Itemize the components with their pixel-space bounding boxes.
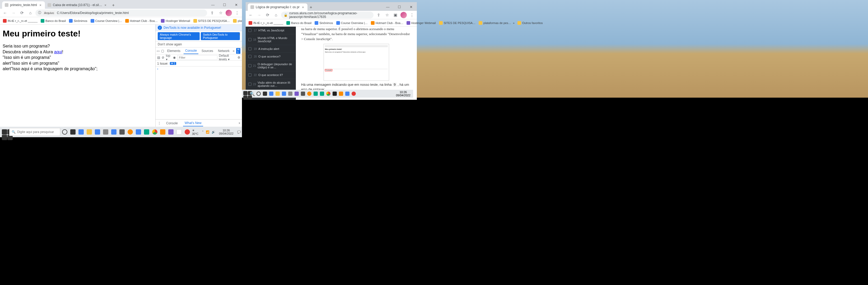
app-icon[interactable] [351,91,356,97]
bookmark-item[interactable]: Hotmart Club - Boa… [370,21,405,25]
home-icon[interactable]: ⌂ [273,12,279,19]
task-view-icon[interactable] [69,128,76,136]
back-icon[interactable]: ← [2,9,8,16]
start-button[interactable] [243,91,249,97]
sublime-icon[interactable] [159,128,166,136]
close-tab-icon[interactable]: × [301,5,305,9]
close-window-icon[interactable]: ✕ [230,1,242,9]
app-icon[interactable] [184,128,191,136]
firefox-icon[interactable] [127,128,134,136]
forward-icon[interactable]: → [10,9,17,16]
drawer-tab-console[interactable]: Console [164,120,179,126]
eye-icon[interactable]: ◉ [173,56,176,59]
explorer-icon[interactable] [275,91,281,97]
settings-gear-icon[interactable]: ⚙ [238,56,240,59]
page-link-aqui[interactable]: aqui [54,49,62,54]
tab-console[interactable]: Console [184,48,198,54]
taskbar-clock[interactable]: 10:26 09/04/2022 [217,129,235,135]
bookmark-item[interactable]: SITES DE PESQUISA… [192,19,231,23]
maximize-icon[interactable]: ☐ [394,3,405,11]
wifi-icon[interactable]: 📶 [206,130,210,134]
issues-row[interactable]: 1 Issue: ✉ 1 [156,61,242,67]
tab-gmail[interactable]: Caixa de entrada (10.871) - el.sil… × [45,1,110,9]
sidebar-item[interactable]: 18Mundo HTML e Mundo JavaScript [246,34,296,45]
camera-icon[interactable] [102,128,110,136]
context-top[interactable]: top ▾ [166,54,172,61]
excel-icon[interactable] [319,91,325,97]
drawer-tab-whatsnew[interactable]: What's New [183,120,203,127]
bookmark-item[interactable]: Hotmart Club - Boa… [124,19,159,23]
profile-avatar[interactable] [225,10,232,16]
bookmark-item[interactable]: Hostinger Webmail [405,21,437,25]
sidebar-item[interactable]: 22O que acontece II? [246,71,296,79]
store-icon[interactable] [94,128,101,136]
levels-dropdown[interactable]: Default levels ▾ [219,54,236,61]
sidebar-item[interactable]: 23Visão além do alcance III: ajudando ou… [246,79,296,90]
dont-show-again-link[interactable]: Don't show again [156,41,242,47]
mail-icon[interactable] [78,128,85,136]
bookmark-item[interactable]: Banco do Brasil [285,21,313,25]
app-icon[interactable] [344,91,350,97]
forward-icon[interactable]: → [256,12,262,19]
maximize-icon[interactable]: ☐ [219,1,230,9]
settings-gear-icon[interactable] [118,128,125,136]
taskbar-search[interactable]: 🔍 Digite aqui para pesquisar [9,128,60,136]
volume-icon[interactable]: 🔊 [212,130,215,134]
store-icon[interactable] [281,91,287,97]
sidebar-item[interactable]: 21O debugger (depurador de código) é se… [246,61,296,71]
more-tabs-icon[interactable]: » [233,49,235,53]
reload-icon[interactable]: ⟳ [264,12,271,19]
onenote-icon[interactable] [167,128,175,136]
home-icon[interactable]: ⌂ [27,9,34,16]
tab-primeiro-teste[interactable]: primeiro_teste.html × [2,1,45,9]
word-icon[interactable] [110,128,117,136]
address-field[interactable]: 🔒 cursos.alura.com.br/course/logica-prog… [281,12,373,19]
menu-icon[interactable]: ⋮ [408,12,415,19]
minimize-icon[interactable]: — [382,3,394,11]
task-view-icon[interactable] [262,91,268,97]
always-match-language-button[interactable]: Always match Chrome's language [158,32,200,40]
search-icon[interactable]: 🔍 [249,91,255,97]
sidebar-item[interactable]: 20O que acontece? [246,53,296,61]
app-icon[interactable] [332,91,338,97]
clear-icon[interactable]: ⊘ [162,56,164,59]
bookmark-item[interactable]: Course Overview |… [89,19,123,23]
tab-network[interactable]: Network [216,48,231,54]
chrome-icon[interactable] [326,91,331,97]
bookmark-item[interactable]: IN-tE r_r-_rc-et ______ [247,21,284,25]
tray-chevron-icon[interactable]: ˄ [202,130,204,134]
bookmark-item[interactable]: Sinônimos [313,21,334,25]
reload-icon[interactable]: ⟳ [19,9,25,16]
sidebar-item[interactable]: 19A instrução alert [246,45,296,53]
bookmark-item[interactable]: plataformas de pes… [477,21,513,25]
back-icon[interactable]: ← [247,12,254,19]
address-field[interactable]: ⓘ Arquivo C:/Users/Eldora/Desktop/logica… [35,9,207,16]
close-tab-icon[interactable]: × [38,3,42,7]
filter-input[interactable] [177,55,217,60]
minimize-icon[interactable]: — [207,1,219,9]
bookmark-item[interactable]: IN-tE r_r-_rc-et ______ [2,19,39,23]
close-window-icon[interactable]: ✕ [405,3,417,11]
sidebar-item[interactable]: 17HTML vs JavaScript [246,27,296,34]
weather-widget[interactable]: ☀ 30°C [192,129,200,135]
close-banner-icon[interactable]: × [238,32,240,36]
cortana-icon[interactable] [61,128,68,136]
tab-alura[interactable]: Lógica de programação I: os pr × [248,3,307,11]
chrome-icon[interactable] [151,128,158,136]
share-icon[interactable]: ⇪ [375,12,382,19]
kebab-icon[interactable]: ⋮ [158,121,161,125]
profile-avatar[interactable] [400,12,407,18]
device-toggle-icon[interactable]: ▢ [161,49,164,53]
share-icon[interactable]: ⇪ [209,9,216,16]
inspect-icon[interactable]: ▭ [157,49,159,53]
excel-icon[interactable] [143,128,150,136]
app-icon[interactable] [287,91,293,97]
start-button[interactable] [1,128,8,136]
other-bookmarks[interactable]: Outros favoritos [516,21,544,25]
mail-icon[interactable] [268,91,274,97]
close-drawer-icon[interactable]: × [239,121,240,125]
slack-icon[interactable] [176,128,183,136]
menu-icon[interactable]: ⋮ [234,9,240,16]
tab-sources[interactable]: Sources [200,48,215,54]
sublime-icon[interactable] [338,91,344,97]
